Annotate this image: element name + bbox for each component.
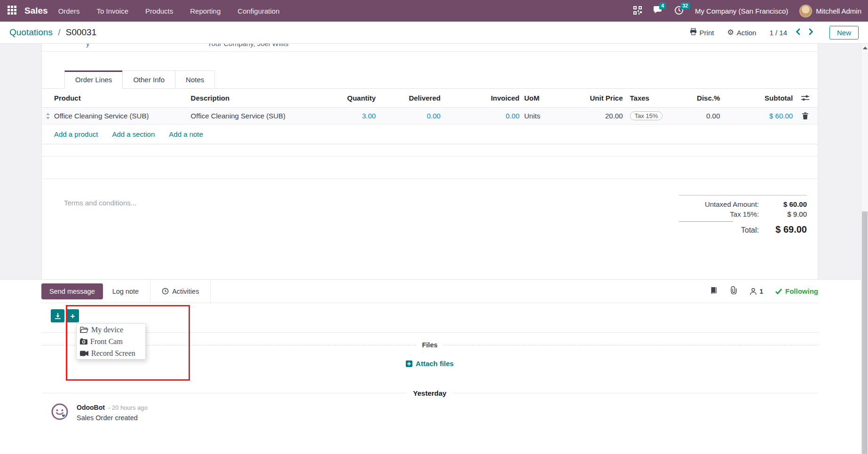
form-sheet: y Your Company, Joel Willis Order Lines … (41, 44, 818, 279)
tab-other-info[interactable]: Other Info (122, 70, 175, 89)
clipped-field-label-fragment: y (86, 44, 90, 47)
nav-item-configuration[interactable]: Configuration (237, 7, 279, 15)
print-button[interactable]: Print (690, 28, 714, 37)
barcode-icon (633, 6, 642, 16)
tax-badge: Tax 15% (630, 111, 663, 120)
drag-handle-icon (46, 113, 50, 119)
menu-item-my-device[interactable]: My device (77, 324, 145, 336)
uom-column-header[interactable]: UoM (520, 94, 567, 102)
quantity-cell[interactable]: 3.00 (305, 112, 376, 120)
uom-cell[interactable]: Units (520, 112, 567, 120)
next-record-button[interactable] (809, 28, 813, 37)
divider-line (41, 393, 407, 393)
product-column-header[interactable]: Product (54, 94, 191, 102)
order-lines-table: Product Description Quantity Delivered I… (42, 89, 818, 144)
empty-row-divider (42, 179, 818, 179)
nav-item-products[interactable]: Products (145, 7, 173, 15)
upload-file-button[interactable] (51, 309, 64, 322)
menu-item-label: Record Screen (91, 349, 135, 358)
tax-label: Tax 15%: (680, 210, 759, 218)
activities-clock-button[interactable]: 32 (674, 6, 684, 16)
subtotal-column-header[interactable]: Subtotal (720, 94, 793, 102)
activities-button[interactable]: Activities (162, 288, 199, 295)
total-label: Total: (680, 226, 759, 235)
invoiced-cell[interactable]: 0.00 (441, 112, 520, 120)
tab-notes[interactable]: Notes (175, 70, 215, 89)
odoobot-avatar (51, 403, 69, 423)
log-note-button[interactable]: Log note (112, 288, 139, 295)
plus-square-icon (406, 360, 412, 367)
user-menu[interactable]: Mitchell Admin (799, 5, 861, 17)
printer-icon (690, 28, 697, 37)
tab-order-lines[interactable]: Order Lines (64, 70, 123, 89)
navbar-left: Sales Orders To Invoice Products Reporti… (5, 4, 280, 18)
menu-item-record-screen[interactable]: Record Screen (77, 347, 145, 359)
message-log-button[interactable] (710, 287, 718, 296)
invoiced-column-header[interactable]: Invoiced (441, 94, 520, 102)
toolbar-divider (210, 280, 211, 303)
nav-item-reporting[interactable]: Reporting (190, 7, 221, 15)
apps-menu-button[interactable] (5, 4, 19, 18)
nav-item-orders[interactable]: Orders (58, 7, 80, 15)
notebook-tabs: Order Lines Other Info Notes (42, 70, 818, 89)
terms-and-conditions-placeholder[interactable]: Terms and conditions... (64, 199, 136, 207)
delivered-column-header[interactable]: Delivered (376, 94, 441, 102)
user-avatar (799, 5, 812, 17)
nav-item-to-invoice[interactable]: To Invoice (97, 7, 129, 15)
delivered-cell[interactable]: 0.00 (376, 112, 441, 120)
action-button[interactable]: ⚙ Action (727, 29, 756, 37)
person-icon (750, 288, 757, 295)
barcode-button[interactable] (633, 6, 642, 16)
followers-button[interactable]: 1 (750, 288, 763, 295)
attach-files-label: Attach files (416, 360, 454, 368)
previous-record-button[interactable] (796, 28, 800, 37)
following-button[interactable]: Following (775, 287, 818, 295)
attachments-button[interactable] (730, 286, 737, 296)
unit-price-column-header[interactable]: Unit Price (567, 94, 623, 102)
download-icon (55, 313, 61, 319)
taxes-column-header[interactable]: Taxes (623, 94, 667, 102)
add-a-note-link[interactable]: Add a note (169, 130, 203, 138)
chatter-message: OdooBot - 20 hours ago Sales Order creat… (51, 403, 148, 423)
pager-counter: 1 / 14 (769, 29, 787, 37)
company-switcher[interactable]: My Company (San Francisco) (695, 7, 788, 15)
discount-column-header[interactable]: Disc.% (666, 94, 720, 102)
optional-columns-button[interactable] (793, 95, 818, 101)
scroll-up-arrow-icon[interactable] (863, 47, 868, 49)
message-body: Sales Order created (77, 414, 148, 422)
breadcrumb-quotations-link[interactable]: Quotations (9, 27, 53, 37)
message-author[interactable]: OdooBot (77, 404, 105, 411)
clipped-field-value[interactable]: Your Company, Joel Willis (207, 44, 289, 47)
add-a-section-link[interactable]: Add a section (112, 130, 155, 138)
control-panel-right: Print ⚙ Action 1 / 14 New (690, 26, 859, 39)
action-label: Action (737, 29, 757, 37)
attach-files-button[interactable]: Attach files (406, 360, 454, 368)
total-separator (679, 221, 733, 222)
nav-menu: Orders To Invoice Products Reporting Con… (58, 7, 280, 15)
unit-price-cell[interactable]: 20.00 (567, 112, 623, 120)
message-timestamp: - 20 hours ago (108, 404, 148, 411)
delete-line-button[interactable] (793, 112, 818, 119)
tax-row: Tax 15%: $ 9.00 (679, 209, 807, 219)
vertical-scrollbar[interactable] (861, 44, 868, 454)
product-cell[interactable]: Office Cleaning Service (SUB) (54, 112, 191, 120)
order-line-row[interactable]: Office Cleaning Service (SUB) Office Cle… (42, 108, 818, 125)
add-attachment-button[interactable]: + (66, 309, 79, 322)
top-navbar: Sales Orders To Invoice Products Reporti… (0, 0, 868, 22)
scrollbar-thumb[interactable] (862, 211, 868, 454)
add-a-product-link[interactable]: Add a product (54, 130, 98, 138)
menu-item-front-cam[interactable]: Front Cam (77, 336, 145, 347)
description-cell[interactable]: Office Cleaning Service (SUB) (191, 112, 305, 120)
chatter-toolbar-right: 1 Following (710, 286, 818, 296)
app-name[interactable]: Sales (24, 6, 48, 16)
messages-button[interactable]: 4 (653, 6, 663, 16)
chatter: Send message Log note Activities (0, 279, 868, 454)
taxes-cell[interactable]: Tax 15% (623, 111, 667, 120)
drag-handle[interactable] (42, 113, 54, 119)
new-button[interactable]: New (829, 26, 859, 39)
discount-cell[interactable]: 0.00 (666, 112, 720, 120)
quantity-column-header[interactable]: Quantity (305, 94, 376, 102)
send-message-button[interactable]: Send message (41, 283, 103, 299)
add-line-row: Add a product Add a section Add a note (42, 125, 818, 144)
description-column-header[interactable]: Description (191, 94, 305, 102)
